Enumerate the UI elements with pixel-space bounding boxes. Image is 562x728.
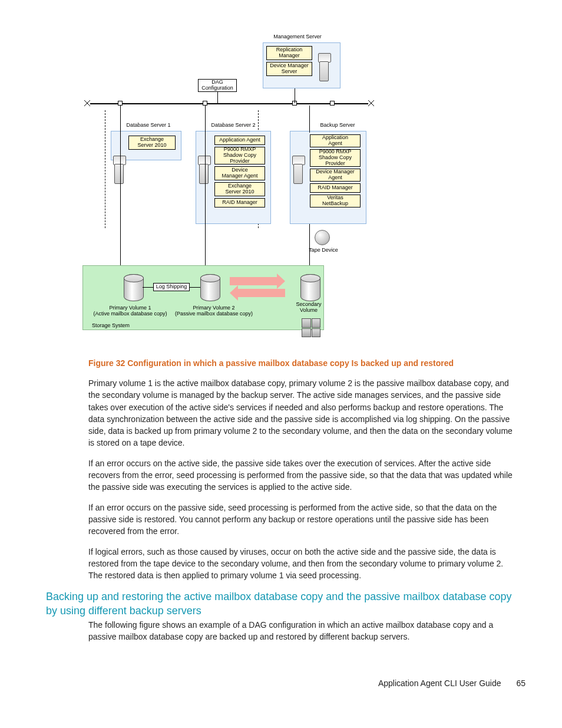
footer-doc-title: Application Agent CLI User Guide xyxy=(378,678,501,688)
network-bus xyxy=(88,103,370,104)
log-shipping-label: Log Shipping xyxy=(153,283,190,291)
body-paragraph: If an error occurs on the passive side, … xyxy=(88,502,518,538)
secondary-vol-label: Secondary Volume xyxy=(285,302,332,314)
db-server-2-title: Database Server 2 xyxy=(204,123,263,129)
conn xyxy=(205,106,206,282)
primary-vol2-label: Primary Volume 2 (Passive mailbox databa… xyxy=(170,305,258,317)
body-paragraph: If an error occurs on the active side, t… xyxy=(88,457,518,493)
bus-tick xyxy=(330,101,335,106)
body-paragraph: Primary volume 1 is the active mailbox d… xyxy=(88,377,518,449)
tape-sphere-icon xyxy=(315,230,330,245)
arrow-right-icon xyxy=(230,277,277,285)
storage-grid-icon xyxy=(302,318,320,337)
server-icon xyxy=(198,156,210,184)
device-manager-agent-2: Device Manager Agent xyxy=(214,166,265,180)
shadow-copy-bk: P9000 RMXP Shadow Copy Provider xyxy=(310,149,361,167)
replication-manager-box: Replication Manager xyxy=(266,46,312,60)
page-footer: Application Agent CLI User Guide 65 xyxy=(378,678,525,688)
app-agent-2: Application Agent xyxy=(214,136,265,145)
figure-caption: Figure 32 Configuration in which a passi… xyxy=(88,358,518,368)
conn xyxy=(120,106,121,282)
body-paragraph: If logical errors, such as those caused … xyxy=(88,546,518,582)
bus-tick xyxy=(203,101,207,106)
page-number: 65 xyxy=(516,678,525,688)
backup-server-title: Backup Server xyxy=(311,123,364,129)
server-icon xyxy=(318,53,330,81)
conn xyxy=(309,106,310,133)
server-icon xyxy=(292,156,304,184)
db-server-1-title: Database Server 1 xyxy=(119,123,178,129)
device-manager-server-box: Device Manager Server xyxy=(266,62,312,76)
exchange-2010-a: Exchange Server 2010 xyxy=(128,136,176,150)
stub xyxy=(295,88,295,103)
management-server-title: Management Server xyxy=(265,34,330,40)
bus-end-right xyxy=(368,100,374,106)
section-heading: Backing up and restoring the active mail… xyxy=(46,589,517,618)
device-manager-agent-bk: Device Manager Agent xyxy=(310,169,361,182)
architecture-diagram: Management Server Replication Manager De… xyxy=(82,29,377,348)
netbackup-box: Veritas NetBackup xyxy=(310,195,361,207)
exchange-2010-2: Exchange Server 2010 xyxy=(214,182,265,196)
cylinder-icon xyxy=(300,274,319,300)
dag-dash-left xyxy=(105,110,105,228)
raid-manager-2: RAID Manager xyxy=(214,198,265,207)
bus-end-left xyxy=(84,100,90,106)
arrow-left-icon xyxy=(238,289,285,297)
dag-configuration-box: DAG Configuration xyxy=(198,79,237,92)
bus-tick xyxy=(118,101,123,106)
app-agent-bk: Application Agent xyxy=(310,134,361,147)
shadow-copy-2: P9000 RMXP Shadow Copy Provider xyxy=(214,147,265,164)
server-icon xyxy=(113,156,125,184)
cylinder-icon xyxy=(124,274,143,300)
storage-system-label: Storage System xyxy=(92,323,151,329)
cylinder-icon xyxy=(200,274,219,300)
raid-manager-bk: RAID Manager xyxy=(310,183,361,193)
stub xyxy=(217,92,218,103)
body-paragraph: The following figure shows an example of… xyxy=(88,619,518,643)
primary-vol1-label: Primary Volume 1 (Active mailbox databas… xyxy=(86,305,174,317)
